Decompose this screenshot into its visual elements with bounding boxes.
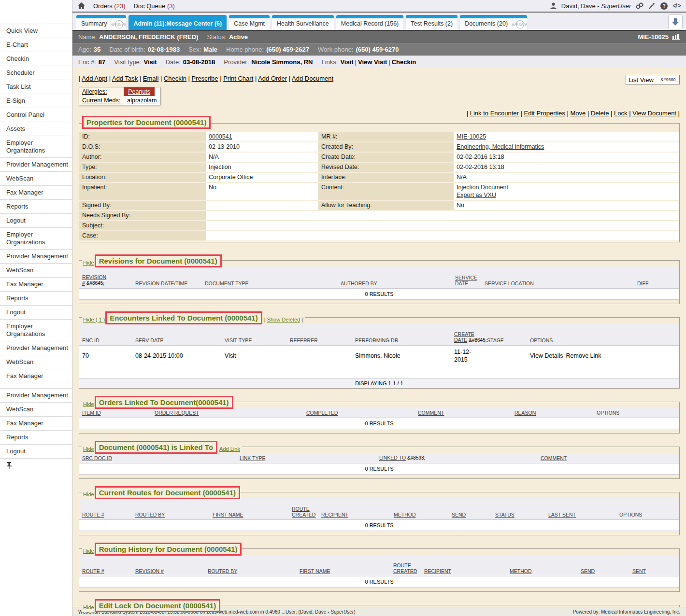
- allow-teaching-value: No: [454, 200, 679, 210]
- med-alprazolam[interactable]: alprazolam: [124, 96, 160, 105]
- sidebar-item-employer-organizations-2[interactable]: Employer Organizations: [0, 227, 72, 249]
- tab-medical-record[interactable]: Medical Record (156): [336, 15, 404, 30]
- add-link-link[interactable]: Add Link: [219, 446, 240, 452]
- tab-accent: [336, 15, 404, 18]
- show-deleted-link[interactable]: Show Deleted: [267, 317, 300, 322]
- hide-revisions-link[interactable]: Hide: [82, 260, 95, 267]
- table-header-row: REVISION #&#8645; REVISION DATE/TIME DOC…: [79, 266, 679, 289]
- mr-number-link[interactable]: MIE-10025: [457, 133, 486, 140]
- document-detail-content: Add Appt Add Task Email Checkin Prescrib…: [72, 68, 686, 616]
- sidebar-item-e-chart[interactable]: E-Chart: [0, 38, 72, 52]
- view-mode-select[interactable]: List View &#9660;: [626, 75, 680, 84]
- print-chart-link[interactable]: Print Chart: [220, 75, 253, 82]
- chart-stats-icon[interactable]: [672, 33, 680, 41]
- sidebar-item-e-sign[interactable]: E-Sign: [0, 94, 72, 108]
- home-icon[interactable]: [78, 2, 85, 9]
- sidebar-item-provider-management-2[interactable]: Provider Management: [0, 249, 72, 263]
- sidebar-item-reports-2[interactable]: Reports: [0, 291, 72, 305]
- sidebar-item-reports[interactable]: Reports: [0, 199, 72, 213]
- tab-admin-message-center[interactable]: Admin (11):Message Center (6): [129, 15, 227, 30]
- checkin-link[interactable]: Checkin: [392, 58, 416, 66]
- add-task-link[interactable]: Add Task: [109, 75, 138, 82]
- injection-document-link[interactable]: Injection Document: [457, 184, 508, 191]
- interface-value: N/A: [454, 172, 679, 182]
- sidebar-item-employer-organizations-3[interactable]: Employer Organizations: [0, 319, 72, 341]
- view-details-link[interactable]: View Details: [530, 352, 563, 359]
- download-button[interactable]: [668, 14, 683, 29]
- create-date-cell: 11-12-2015: [451, 346, 484, 378]
- hide-linked-to-link[interactable]: Hide: [82, 446, 95, 454]
- sidebar-item-fax-manager[interactable]: Fax Manager: [0, 185, 72, 199]
- tab-summary[interactable]: Summary &#8599;: [76, 15, 126, 30]
- sidebar-item-logout[interactable]: Logout: [0, 213, 72, 227]
- hide-edit-lock-link[interactable]: Hide: [82, 604, 95, 612]
- sidebar-item-fax-manager-4[interactable]: Fax Manager: [0, 416, 72, 430]
- sort-icon[interactable]: &#8645;: [469, 337, 486, 343]
- sidebar-item-employer-organizations[interactable]: Employer Organizations: [0, 136, 72, 157]
- sidebar-item-provider-management[interactable]: Provider Management: [0, 157, 72, 171]
- add-appt-link[interactable]: Add Appt: [79, 75, 107, 82]
- sidebar-item-webscan-4[interactable]: WebScan: [0, 402, 72, 416]
- sidebar-item-partial: [0, 383, 72, 388]
- tab-test-results[interactable]: Test Results (2): [406, 15, 457, 30]
- patient-sex: Male: [203, 46, 217, 53]
- sidebar-item-control-panel[interactable]: Control Panel: [0, 108, 72, 122]
- sidebar-item-webscan-2[interactable]: WebScan: [0, 263, 72, 277]
- sidebar-item-webscan[interactable]: WebScan: [0, 171, 72, 185]
- open-documents-new-window-icon[interactable]: &#8599;: [513, 18, 527, 30]
- orders-table: ITEM ID ORDER REQUEST COMPLETED COMMENT …: [79, 408, 679, 429]
- sidebar-item-provider-management-4[interactable]: Provider Management: [0, 388, 72, 402]
- sidebar-item-reports-3[interactable]: Reports: [0, 430, 72, 444]
- export-as-vxu-link[interactable]: Export as VXU: [457, 192, 496, 198]
- sidebar-item-logout-3[interactable]: Logout: [0, 444, 72, 458]
- hide-routing-history-link[interactable]: Hide: [82, 548, 95, 556]
- sidebar-item-webscan-3[interactable]: WebScan: [0, 355, 72, 369]
- hide-encounters-link[interactable]: Hide ( 1 ): [82, 317, 105, 324]
- lock-link[interactable]: Lock: [611, 110, 627, 117]
- add-order-link[interactable]: Add Order: [255, 75, 287, 82]
- delete-link[interactable]: Delete: [587, 110, 609, 117]
- sidebar-item-task-list[interactable]: Task List: [0, 80, 72, 94]
- created-by-link[interactable]: Engineering, Medical Informatics: [457, 143, 544, 150]
- view-document-link[interactable]: View Document: [629, 110, 676, 117]
- remove-link-link[interactable]: Remove Link: [566, 352, 601, 359]
- sidebar-item-quick-view[interactable]: Quick View: [0, 24, 72, 38]
- doc-queue-link[interactable]: Doc Queue (3): [133, 2, 174, 10]
- edit-properties-link[interactable]: Edit Properties: [521, 110, 565, 117]
- view-visit-link[interactable]: View Visit: [358, 58, 387, 66]
- tab-case-mgmt[interactable]: Case Mgmt: [229, 15, 270, 30]
- tab-health-surveillance[interactable]: Health Surveillance: [272, 15, 334, 30]
- email-link[interactable]: Email: [140, 75, 159, 82]
- sidebar-item-assets[interactable]: Assets: [0, 122, 72, 136]
- move-link[interactable]: Move: [567, 110, 586, 117]
- sidebar-item-provider-management-3[interactable]: Provider Management: [0, 341, 72, 355]
- sidebar-pin-toggle[interactable]: [0, 458, 72, 475]
- hide-orders-link[interactable]: Hide: [82, 401, 95, 409]
- add-document-link[interactable]: Add Document: [289, 75, 333, 82]
- open-summary-new-window-icon[interactable]: &#8599;: [112, 18, 126, 30]
- prescribe-link[interactable]: Prescribe: [188, 75, 218, 82]
- help-icon[interactable]: ?: [660, 2, 668, 10]
- tab-documents[interactable]: Documents (20) &#8599;: [460, 15, 527, 30]
- code-icon[interactable]: </ >: [672, 2, 681, 9]
- wand-icon[interactable]: [648, 2, 656, 9]
- allergy-peanuts[interactable]: Peanuts: [124, 87, 155, 96]
- orders-link[interactable]: Orders (23): [93, 2, 125, 10]
- sidebar-item-logout-2[interactable]: Logout: [0, 305, 72, 319]
- sidebar-item-scheduler[interactable]: Scheduler: [0, 66, 72, 80]
- sidebar-item-fax-manager-3[interactable]: Fax Manager: [0, 369, 72, 383]
- sort-icon[interactable]: &#8593;: [407, 455, 425, 461]
- link-icon[interactable]: [636, 2, 643, 9]
- sidebar-item-fax-manager-2[interactable]: Fax Manager: [0, 277, 72, 291]
- visit-link[interactable]: Visit: [340, 58, 353, 66]
- link-to-encounter-link[interactable]: Link to Encounter: [467, 110, 519, 117]
- checkin-action-link[interactable]: Checkin: [160, 75, 186, 82]
- hide-routes-link[interactable]: Hide: [82, 491, 95, 499]
- sidebar-item-checkin[interactable]: Checkin: [0, 52, 72, 66]
- current-meds-link[interactable]: Current Meds:: [82, 97, 120, 104]
- type-value: Injection: [206, 162, 318, 172]
- allergies-link[interactable]: Allergies:: [82, 88, 107, 95]
- document-id-link[interactable]: 0000541: [209, 133, 232, 140]
- current-user[interactable]: David, Dave - SuperUser: [561, 2, 631, 10]
- sort-icon[interactable]: &#8645;: [86, 280, 104, 286]
